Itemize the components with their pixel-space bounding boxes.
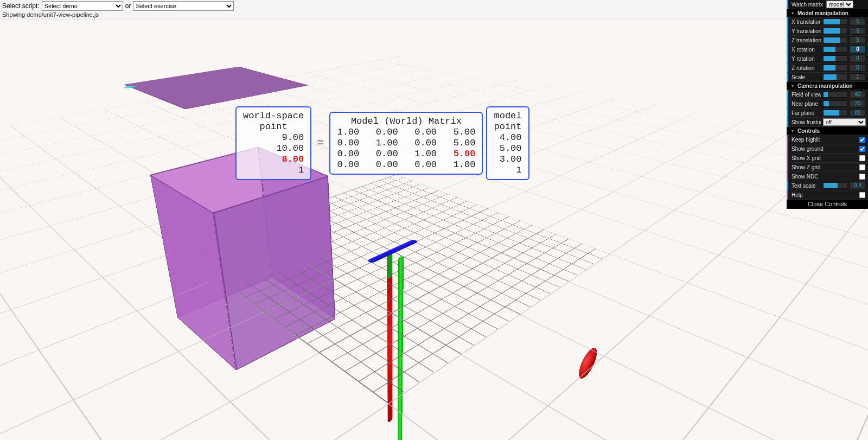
slider[interactable] bbox=[823, 74, 847, 80]
value-box[interactable]: 80 bbox=[850, 109, 866, 117]
value-box[interactable]: 40 bbox=[850, 91, 866, 98]
folder-header[interactable]: Controls bbox=[787, 127, 868, 135]
value-box[interactable]: 5 bbox=[850, 36, 866, 44]
slider[interactable] bbox=[823, 91, 847, 98]
control-row[interactable]: Show ground bbox=[787, 144, 868, 154]
select-script-label: Select script: bbox=[2, 2, 40, 10]
value-box[interactable]: 0.8 bbox=[850, 182, 866, 189]
control-row[interactable]: Near plane20 bbox=[787, 99, 868, 109]
control-row[interactable]: X rotation0 bbox=[787, 45, 868, 54]
world-space-point-panel: world-space point 9.00 10.00 8.00 1 bbox=[235, 106, 311, 180]
slider[interactable] bbox=[823, 182, 847, 189]
equals-sign: = bbox=[315, 137, 326, 150]
checkbox[interactable] bbox=[859, 136, 866, 143]
folder-header[interactable]: Model manipulation bbox=[787, 9, 868, 17]
viewport-3d[interactable] bbox=[0, 13, 787, 440]
model-world-matrix-panel: Model (World) Matrix 1.00 0.00 0.00 5.00… bbox=[329, 112, 483, 175]
or-label: or bbox=[125, 2, 131, 10]
control-row[interactable]: Scale1 bbox=[787, 73, 868, 82]
value-box[interactable]: 5 bbox=[850, 18, 866, 25]
watch-matrix-row[interactable]: Watch matrix model bbox=[787, 0, 868, 9]
control-row[interactable]: Show frustumoff bbox=[787, 118, 868, 127]
control-row[interactable]: Z rotation0 bbox=[787, 63, 868, 73]
slider[interactable] bbox=[823, 46, 847, 53]
select-demo-dropdown[interactable]: Select demo bbox=[42, 1, 123, 11]
slider[interactable] bbox=[823, 65, 847, 71]
folder-header[interactable]: Camera manipulation bbox=[787, 82, 868, 90]
control-row[interactable]: Keep highlit bbox=[787, 135, 868, 144]
watch-matrix-select[interactable]: model bbox=[826, 1, 853, 8]
value-box[interactable]: 5 bbox=[850, 27, 866, 35]
checkbox[interactable] bbox=[859, 155, 866, 161]
topbar: Select script: Select demo or Select exe… bbox=[0, 0, 868, 20]
showing-path: Showing demo/unit7-view-pipeline.js bbox=[2, 11, 866, 18]
checkbox[interactable] bbox=[859, 164, 866, 170]
control-row[interactable]: Show X grid bbox=[787, 154, 868, 163]
slider[interactable] bbox=[823, 18, 847, 25]
value-box[interactable]: 1 bbox=[850, 73, 866, 81]
control-row[interactable]: Y translation5 bbox=[787, 27, 868, 36]
select-exercise-dropdown[interactable]: Select exercise bbox=[133, 1, 234, 11]
control-row[interactable]: Text scale0.8 bbox=[787, 181, 868, 190]
control-row[interactable]: Show NDC bbox=[787, 172, 868, 181]
slider[interactable] bbox=[823, 55, 847, 62]
value-box[interactable]: 0 bbox=[850, 64, 866, 72]
checkbox[interactable] bbox=[859, 192, 866, 198]
checkbox[interactable] bbox=[859, 173, 866, 180]
close-controls-button[interactable]: Close Controls bbox=[787, 200, 868, 209]
slider[interactable] bbox=[823, 28, 847, 34]
controls-panel: Watch matrix model Model manipulationX t… bbox=[787, 0, 868, 209]
control-row[interactable]: X translation5 bbox=[787, 17, 868, 27]
control-row[interactable]: Z translation5 bbox=[787, 36, 868, 45]
model-point-panel: model point 4.00 5.00 3.00 1 bbox=[486, 106, 529, 180]
matrix-overlay: world-space point 9.00 10.00 8.00 1 = Mo… bbox=[235, 106, 529, 180]
value-box[interactable]: 0 bbox=[850, 55, 866, 62]
control-row[interactable]: Far plane80 bbox=[787, 109, 868, 118]
value-box[interactable]: 0 bbox=[850, 46, 866, 53]
checkbox[interactable] bbox=[859, 145, 866, 152]
slider[interactable] bbox=[823, 37, 847, 43]
value-box[interactable]: 20 bbox=[850, 100, 866, 107]
control-row[interactable]: Help bbox=[787, 190, 868, 200]
slider[interactable] bbox=[823, 100, 847, 107]
slider[interactable] bbox=[823, 110, 847, 116]
control-row[interactable]: Y rotation0 bbox=[787, 54, 868, 63]
control-row[interactable]: Show Z grid bbox=[787, 163, 868, 172]
select[interactable]: off bbox=[823, 118, 866, 126]
control-row[interactable]: Field of view40 bbox=[787, 90, 868, 99]
